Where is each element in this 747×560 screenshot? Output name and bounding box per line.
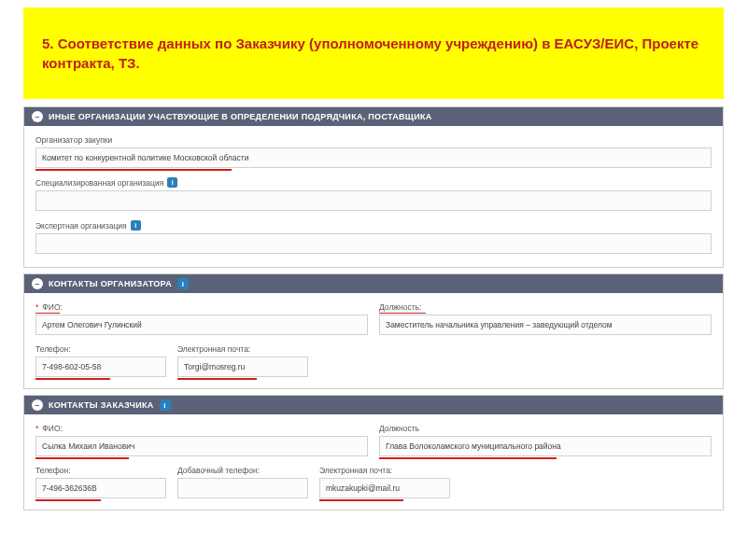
phone-input[interactable] xyxy=(35,478,166,498)
organizer-input[interactable] xyxy=(35,147,712,168)
panel-organizer-contacts: – КОНТАКТЫ ОРГАНИЗАТОРА i * ФИО: Должнос… xyxy=(23,273,724,389)
phone-label: Телефон: xyxy=(35,466,166,475)
panel-body: * ФИО: Должность Телефон: xyxy=(24,414,723,510)
panel-title: КОНТАКТЫ ЗАКАЗЧИКА xyxy=(49,400,154,410)
expert-label: Экспертная организация i xyxy=(35,220,712,231)
panel-body: Организатор закупки Специализированная о… xyxy=(24,126,723,267)
panel-header-customer-contacts[interactable]: – КОНТАКТЫ ЗАКАЗЧИКА i xyxy=(24,396,723,414)
info-icon[interactable]: i xyxy=(167,177,177,188)
info-icon[interactable]: i xyxy=(177,278,189,289)
addphone-label: Добавочный телефон: xyxy=(177,466,308,475)
panel-other-organizations: – ИНЫЕ ОРГАНИЗАЦИИ УЧАСТВУЮЩИЕ В ОПРЕДЕЛ… xyxy=(23,106,724,268)
panel-title: КОНТАКТЫ ОРГАНИЗАТОРА xyxy=(49,279,172,288)
email-input[interactable] xyxy=(319,478,450,498)
fio-label: * ФИО: xyxy=(35,302,368,312)
info-icon[interactable]: i xyxy=(160,399,171,411)
panel-customer-contacts: – КОНТАКТЫ ЗАКАЗЧИКА i * ФИО: Должность xyxy=(23,395,724,511)
field-phone: Телефон: xyxy=(35,344,166,377)
field-phone: Телефон: xyxy=(35,466,166,498)
email-label: Электронная почта: xyxy=(319,466,450,475)
position-input[interactable] xyxy=(379,436,712,456)
panel-header-organizer-contacts[interactable]: – КОНТАКТЫ ОРГАНИЗАТОРА i xyxy=(24,274,723,293)
position-input[interactable] xyxy=(379,315,712,335)
email-input[interactable] xyxy=(177,357,308,377)
instruction-banner: 5. Соответствие данных по Заказчику (упо… xyxy=(23,7,724,99)
fio-label: * ФИО: xyxy=(35,424,368,433)
field-email: Электронная почта: xyxy=(177,344,308,377)
email-label: Электронная почта: xyxy=(177,344,308,354)
field-expert: Экспертная организация i xyxy=(35,220,712,254)
info-icon[interactable]: i xyxy=(131,220,141,231)
panel-title: ИНЫЕ ОРГАНИЗАЦИИ УЧАСТВУЮЩИЕ В ОПРЕДЕЛЕН… xyxy=(49,112,432,121)
phone-label: Телефон: xyxy=(35,344,166,354)
field-fio: * ФИО: xyxy=(35,302,368,335)
expert-input[interactable] xyxy=(35,233,712,254)
field-specialized: Специализированная организация i xyxy=(35,177,712,211)
addphone-input[interactable] xyxy=(177,478,308,498)
panel-body: * ФИО: Должность: Телефон: Электронная п… xyxy=(24,293,723,388)
specialized-label: Специализированная организация i xyxy=(35,177,712,188)
collapse-icon[interactable]: – xyxy=(32,399,43,411)
specialized-input[interactable] xyxy=(35,190,712,211)
panel-header-other-orgs[interactable]: – ИНЫЕ ОРГАНИЗАЦИИ УЧАСТВУЮЩИЕ В ОПРЕДЕЛ… xyxy=(24,107,723,126)
fio-input[interactable] xyxy=(35,436,368,456)
position-label: Должность: xyxy=(379,302,712,312)
field-position: Должность xyxy=(379,424,712,456)
collapse-icon[interactable]: – xyxy=(32,111,43,122)
organizer-label: Организатор закупки xyxy=(35,135,712,145)
field-fio: * ФИО: xyxy=(35,424,368,456)
phone-input[interactable] xyxy=(35,357,166,377)
position-label: Должность xyxy=(379,424,712,433)
fio-input[interactable] xyxy=(35,315,368,335)
collapse-icon[interactable]: – xyxy=(32,278,43,289)
banner-title: 5. Соответствие данных по Заказчику (упо… xyxy=(42,34,705,73)
field-email: Электронная почта: xyxy=(319,466,450,498)
field-position: Должность: xyxy=(379,302,712,335)
field-addphone: Добавочный телефон: xyxy=(177,466,308,498)
field-organizer: Организатор закупки xyxy=(35,135,712,168)
